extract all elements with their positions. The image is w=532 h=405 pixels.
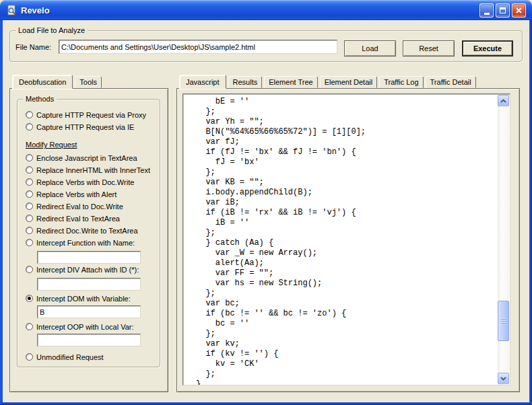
app-icon <box>6 5 17 15</box>
window-title: Revelo <box>21 5 50 15</box>
code-text: bE = '' }; var Yh = ""; B[N("%64%65%66%6… <box>183 94 498 385</box>
radio-icon <box>26 166 33 174</box>
tab-tools-label: Tools <box>79 78 97 86</box>
tab-javascript[interactable]: Javascript <box>179 75 226 89</box>
radio-capture-ie[interactable]: Capture HTTP Request via IE <box>26 122 134 131</box>
radio-icon <box>26 323 33 330</box>
load-button[interactable]: Load <box>344 40 396 57</box>
tab-element-tree[interactable]: Element Tree <box>264 76 317 88</box>
tab-element-tree-label: Element Tree <box>269 78 312 86</box>
scrollbar-grip <box>501 318 506 324</box>
radio-icon <box>26 295 33 302</box>
titlebar: Revelo <box>0 0 532 20</box>
left-tab-row: Deobfuscation Tools <box>12 75 104 88</box>
radio-enclose-textarea[interactable]: Enclose Javascript in TextArea <box>26 153 137 162</box>
radio-icon <box>26 111 33 118</box>
load-file-group-label: Load File to Analyze <box>15 26 88 35</box>
tab-traffic-detail[interactable]: Traffic Detail <box>426 76 476 88</box>
radio-unmodified-request[interactable]: Unmodified Request <box>26 353 104 361</box>
radio-intercept-div[interactable]: Intercept DIV Attach with ID (*): <box>26 265 139 274</box>
scroll-down-button[interactable] <box>498 373 509 384</box>
intercept-dom-variable-input[interactable] <box>37 305 141 318</box>
window-border-right <box>529 20 532 402</box>
radio-icon <box>26 266 33 273</box>
radio-icon <box>26 154 33 161</box>
file-name-label: File Name: <box>15 43 51 51</box>
radio-icon <box>26 202 33 210</box>
scroll-up-button[interactable] <box>498 95 509 106</box>
intercept-oop-localvar-input[interactable] <box>37 334 141 346</box>
tab-element-detail-label: Element Detail <box>325 78 373 86</box>
vertical-scrollbar[interactable] <box>498 95 509 384</box>
intercept-function-name-input[interactable] <box>37 251 141 264</box>
radio-eval-textarea[interactable]: Redirect Eval to TextArea <box>26 214 120 223</box>
reset-button[interactable]: Reset <box>403 40 455 57</box>
radio-icon <box>26 215 33 222</box>
scroll-down-icon <box>500 377 506 381</box>
deobfuscation-tab-page: Methods Capture HTTP Request via Proxy C… <box>9 88 168 392</box>
execute-button[interactable]: Execute <box>462 40 513 57</box>
tab-element-detail[interactable]: Element Detail <box>320 76 378 88</box>
radio-icon <box>26 227 33 234</box>
tab-traffic-log-label: Traffic Log <box>384 78 418 86</box>
tab-traffic-log[interactable]: Traffic Log <box>379 76 423 88</box>
radio-intercept-dom[interactable]: Intercept DOM with Variable: <box>26 294 131 303</box>
radio-replace-innerhtml[interactable]: Replace InnerHTML with InnerText <box>26 165 150 174</box>
radio-eval-docwrite[interactable]: Redirect Eval to Doc.Write <box>26 202 123 211</box>
radio-icon <box>26 123 33 131</box>
tab-deobfuscation[interactable]: Deobfuscation <box>12 75 73 89</box>
radio-icon <box>26 239 33 246</box>
radio-verbs-alert[interactable]: Replace Verbs with Alert <box>26 190 117 198</box>
scroll-up-icon <box>500 99 506 103</box>
tab-traffic-detail-label: Traffic Detail <box>430 78 471 86</box>
close-icon <box>515 7 523 14</box>
load-file-group: Load File to Analyze File Name: Load Res… <box>9 30 523 62</box>
tab-results[interactable]: Results <box>228 76 263 88</box>
minimize-button[interactable] <box>479 3 494 17</box>
radio-intercept-function[interactable]: Intercept Function with Name: <box>26 238 135 247</box>
tab-results-label: Results <box>233 78 258 86</box>
javascript-code-area[interactable]: bE = '' }; var Yh = ""; B[N("%64%65%66%6… <box>182 94 510 385</box>
tab-deobfuscation-label: Deobfuscation <box>19 78 66 86</box>
radio-intercept-oop[interactable]: Intercept OOP with Local Var: <box>26 322 134 331</box>
window-border-bottom <box>0 402 532 405</box>
radio-icon <box>26 178 33 186</box>
modify-request-heading: Modify Request <box>26 141 77 149</box>
revelo-window: Revelo Load File to Analyze File Name: L… <box>0 0 532 405</box>
tab-tools[interactable]: Tools <box>75 76 102 88</box>
radio-verbs-docwrite[interactable]: Replace Verbs with Doc.Write <box>26 178 134 186</box>
methods-group-label: Methods <box>23 94 57 104</box>
radio-docwrite-textarea[interactable]: Redirect Doc.Write to TextArea <box>26 226 138 235</box>
maximize-icon <box>500 7 506 13</box>
right-tab-row: Javascript Results Element Tree Element … <box>179 75 478 88</box>
radio-icon <box>26 353 33 361</box>
intercept-div-id-input[interactable] <box>37 278 141 291</box>
maximize-button[interactable] <box>496 3 510 17</box>
scrollbar-thumb[interactable] <box>498 301 509 341</box>
radio-capture-proxy[interactable]: Capture HTTP Request via Proxy <box>26 110 146 119</box>
javascript-tab-page: bE = '' }; var Yh = ""; B[N("%64%65%66%6… <box>176 88 520 392</box>
radio-icon <box>26 190 33 198</box>
file-name-input[interactable] <box>59 40 337 54</box>
tab-javascript-label: Javascript <box>186 78 220 86</box>
methods-group: Methods Capture HTTP Request via Proxy C… <box>17 99 160 367</box>
window-border-left <box>0 20 3 402</box>
close-button[interactable] <box>512 3 526 17</box>
minimize-icon <box>484 13 490 15</box>
